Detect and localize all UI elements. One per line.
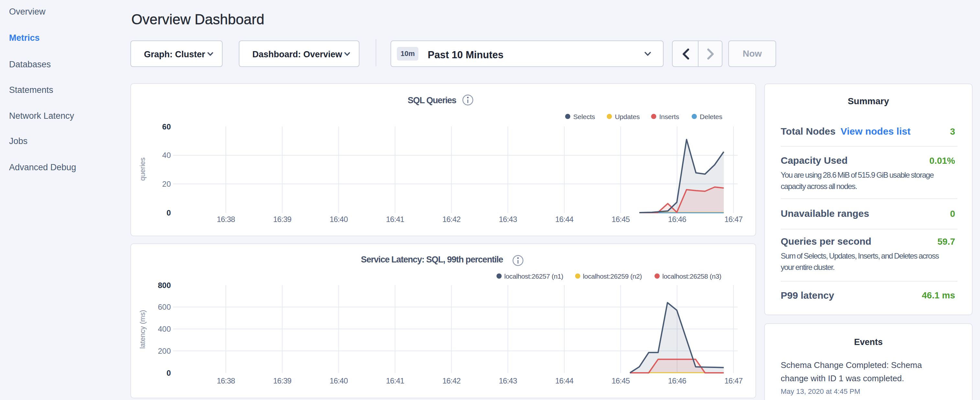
svg-text:Deletes: Deletes [700, 113, 722, 120]
svg-text:16:46: 16:46 [668, 376, 687, 385]
svg-text:200: 200 [158, 347, 171, 355]
svg-text:400: 400 [158, 325, 171, 333]
svg-text:16:42: 16:42 [442, 215, 461, 224]
svg-text:queries: queries [138, 157, 146, 180]
svg-text:localhost:26259 (n2): localhost:26259 (n2) [583, 273, 642, 280]
svg-text:16:41: 16:41 [386, 376, 404, 385]
svg-text:16:38: 16:38 [217, 215, 235, 224]
svg-text:16:46: 16:46 [668, 215, 687, 224]
svg-text:800: 800 [158, 281, 171, 290]
svg-text:localhost:26257 (n1): localhost:26257 (n1) [504, 273, 563, 280]
svg-text:Inserts: Inserts [659, 113, 679, 120]
svg-text:16:38: 16:38 [217, 376, 235, 385]
svg-text:20: 20 [162, 180, 171, 188]
svg-text:Updates: Updates [615, 113, 640, 120]
svg-text:0: 0 [167, 369, 171, 377]
svg-text:40: 40 [162, 151, 171, 159]
svg-text:localhost:26258 (n3): localhost:26258 (n3) [662, 273, 721, 280]
svg-text:16:47: 16:47 [724, 376, 743, 385]
svg-text:600: 600 [158, 303, 171, 311]
svg-text:16:39: 16:39 [273, 215, 291, 224]
svg-text:latency (ms): latency (ms) [138, 310, 146, 349]
svg-text:16:41: 16:41 [386, 215, 404, 224]
svg-text:16:44: 16:44 [555, 376, 574, 385]
svg-text:60: 60 [162, 122, 171, 131]
svg-text:Service Latency: SQL, 99th per: Service Latency: SQL, 99th percentile [361, 255, 503, 265]
svg-text:SQL Queries: SQL Queries [408, 96, 456, 105]
svg-text:16:42: 16:42 [442, 376, 461, 385]
svg-text:16:44: 16:44 [555, 215, 574, 224]
svg-text:0: 0 [167, 209, 171, 217]
svg-text:Selects: Selects [573, 113, 595, 120]
svg-text:16:43: 16:43 [499, 215, 517, 224]
svg-text:16:45: 16:45 [611, 215, 630, 224]
svg-text:16:40: 16:40 [330, 215, 348, 224]
svg-text:16:45: 16:45 [611, 376, 630, 385]
svg-text:16:39: 16:39 [273, 376, 291, 385]
svg-text:16:47: 16:47 [724, 215, 743, 224]
svg-text:16:43: 16:43 [499, 376, 517, 385]
svg-text:16:40: 16:40 [330, 376, 348, 385]
